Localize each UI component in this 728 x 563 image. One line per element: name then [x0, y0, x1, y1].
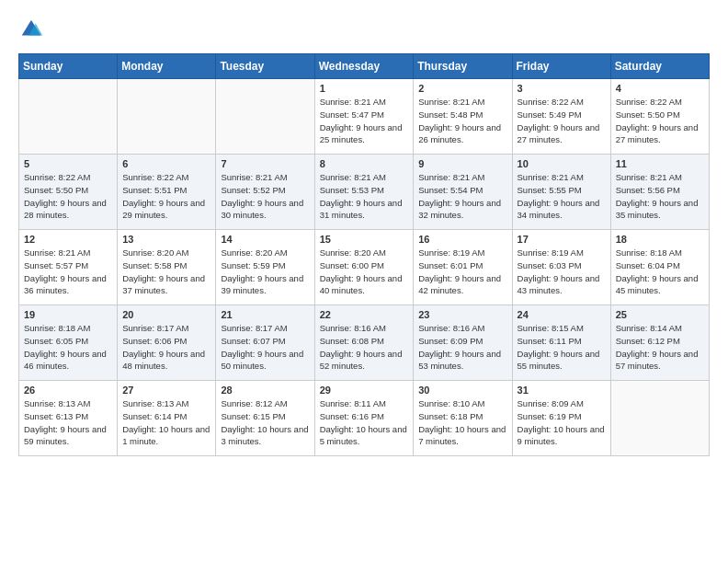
day-number: 26	[24, 385, 112, 396]
day-info: Sunrise: 8:19 AMSunset: 6:03 PMDaylight:…	[518, 247, 606, 297]
day-number: 9	[418, 158, 506, 169]
day-info: Sunrise: 8:14 AMSunset: 6:12 PMDaylight:…	[616, 322, 704, 373]
day-number: 16	[418, 234, 506, 245]
day-number: 2	[418, 83, 506, 94]
week-row-1: 1Sunrise: 8:21 AMSunset: 5:47 PMDaylight…	[19, 79, 710, 155]
day-info: Sunrise: 8:16 AMSunset: 6:09 PMDaylight:…	[418, 322, 506, 373]
day-number: 5	[24, 158, 112, 169]
day-number: 6	[122, 158, 210, 169]
calendar-cell: 25Sunrise: 8:14 AMSunset: 6:12 PMDayligh…	[610, 305, 709, 381]
day-number: 11	[616, 158, 704, 169]
day-info: Sunrise: 8:22 AMSunset: 5:50 PMDaylight:…	[616, 96, 704, 146]
day-info: Sunrise: 8:16 AMSunset: 6:08 PMDaylight:…	[320, 322, 409, 373]
day-info: Sunrise: 8:20 AMSunset: 6:00 PMDaylight:…	[320, 247, 409, 297]
weekday-header-friday: Friday	[512, 54, 610, 79]
day-info: Sunrise: 8:21 AMSunset: 5:57 PMDaylight:…	[24, 247, 112, 297]
day-info: Sunrise: 8:13 AMSunset: 6:14 PMDaylight:…	[122, 397, 210, 448]
weekday-header-wednesday: Wednesday	[314, 54, 414, 79]
day-info: Sunrise: 8:21 AMSunset: 5:53 PMDaylight:…	[320, 171, 409, 222]
day-number: 30	[418, 385, 506, 396]
calendar-cell: 3Sunrise: 8:22 AMSunset: 5:49 PMDaylight…	[512, 79, 610, 155]
day-number: 31	[518, 385, 606, 396]
day-info: Sunrise: 8:17 AMSunset: 6:06 PMDaylight:…	[122, 322, 210, 373]
calendar-cell	[216, 79, 314, 155]
day-number: 23	[418, 309, 506, 320]
header	[18, 17, 710, 42]
calendar-cell: 12Sunrise: 8:21 AMSunset: 5:57 PMDayligh…	[19, 230, 118, 305]
page: SundayMondayTuesdayWednesdayThursdayFrid…	[0, 0, 728, 563]
day-number: 4	[616, 83, 704, 94]
day-number: 1	[320, 83, 409, 94]
calendar-cell: 6Sunrise: 8:22 AMSunset: 5:51 PMDaylight…	[118, 155, 216, 230]
week-row-5: 26Sunrise: 8:13 AMSunset: 6:13 PMDayligh…	[19, 381, 710, 456]
day-number: 24	[518, 309, 606, 320]
day-info: Sunrise: 8:15 AMSunset: 6:11 PMDaylight:…	[518, 322, 606, 373]
day-info: Sunrise: 8:20 AMSunset: 5:59 PMDaylight:…	[221, 247, 309, 297]
calendar-cell: 4Sunrise: 8:22 AMSunset: 5:50 PMDaylight…	[610, 79, 709, 155]
logo-icon	[18, 17, 44, 42]
calendar-cell: 11Sunrise: 8:21 AMSunset: 5:56 PMDayligh…	[610, 155, 709, 230]
calendar-cell: 23Sunrise: 8:16 AMSunset: 6:09 PMDayligh…	[414, 305, 512, 381]
logo	[18, 17, 46, 42]
calendar-cell: 9Sunrise: 8:21 AMSunset: 5:54 PMDaylight…	[414, 155, 512, 230]
calendar-cell: 5Sunrise: 8:22 AMSunset: 5:50 PMDaylight…	[19, 155, 118, 230]
calendar-cell: 17Sunrise: 8:19 AMSunset: 6:03 PMDayligh…	[512, 230, 610, 305]
weekday-header-row: SundayMondayTuesdayWednesdayThursdayFrid…	[19, 54, 710, 79]
calendar-cell: 27Sunrise: 8:13 AMSunset: 6:14 PMDayligh…	[118, 381, 216, 456]
day-info: Sunrise: 8:22 AMSunset: 5:50 PMDaylight:…	[24, 171, 112, 222]
calendar-cell: 13Sunrise: 8:20 AMSunset: 5:58 PMDayligh…	[118, 230, 216, 305]
day-number: 10	[518, 158, 606, 169]
day-info: Sunrise: 8:13 AMSunset: 6:13 PMDaylight:…	[24, 397, 112, 448]
day-number: 13	[122, 234, 210, 245]
day-info: Sunrise: 8:21 AMSunset: 5:47 PMDaylight:…	[320, 96, 409, 146]
day-info: Sunrise: 8:19 AMSunset: 6:01 PMDaylight:…	[418, 247, 506, 297]
day-number: 27	[122, 385, 210, 396]
day-number: 29	[320, 385, 409, 396]
calendar-cell: 31Sunrise: 8:09 AMSunset: 6:19 PMDayligh…	[512, 381, 610, 456]
day-info: Sunrise: 8:22 AMSunset: 5:51 PMDaylight:…	[122, 171, 210, 222]
calendar-cell: 15Sunrise: 8:20 AMSunset: 6:00 PMDayligh…	[314, 230, 414, 305]
day-number: 19	[24, 309, 112, 320]
weekday-header-tuesday: Tuesday	[216, 54, 314, 79]
day-info: Sunrise: 8:17 AMSunset: 6:07 PMDaylight:…	[221, 322, 309, 373]
day-info: Sunrise: 8:20 AMSunset: 5:58 PMDaylight:…	[122, 247, 210, 297]
calendar-cell: 29Sunrise: 8:11 AMSunset: 6:16 PMDayligh…	[314, 381, 414, 456]
calendar-cell: 10Sunrise: 8:21 AMSunset: 5:55 PMDayligh…	[512, 155, 610, 230]
calendar-cell	[118, 79, 216, 155]
day-number: 14	[221, 234, 309, 245]
weekday-header-sunday: Sunday	[19, 54, 118, 79]
calendar-cell: 16Sunrise: 8:19 AMSunset: 6:01 PMDayligh…	[414, 230, 512, 305]
day-info: Sunrise: 8:21 AMSunset: 5:48 PMDaylight:…	[418, 96, 506, 146]
weekday-header-saturday: Saturday	[610, 54, 709, 79]
calendar-cell: 2Sunrise: 8:21 AMSunset: 5:48 PMDaylight…	[414, 79, 512, 155]
day-info: Sunrise: 8:10 AMSunset: 6:18 PMDaylight:…	[418, 397, 506, 448]
day-info: Sunrise: 8:12 AMSunset: 6:15 PMDaylight:…	[221, 397, 309, 448]
day-number: 17	[518, 234, 606, 245]
calendar-cell: 21Sunrise: 8:17 AMSunset: 6:07 PMDayligh…	[216, 305, 314, 381]
calendar-cell: 18Sunrise: 8:18 AMSunset: 6:04 PMDayligh…	[610, 230, 709, 305]
calendar-cell: 26Sunrise: 8:13 AMSunset: 6:13 PMDayligh…	[19, 381, 118, 456]
day-number: 21	[221, 309, 309, 320]
day-info: Sunrise: 8:21 AMSunset: 5:56 PMDaylight:…	[616, 171, 704, 222]
day-number: 12	[24, 234, 112, 245]
calendar-cell: 22Sunrise: 8:16 AMSunset: 6:08 PMDayligh…	[314, 305, 414, 381]
day-info: Sunrise: 8:21 AMSunset: 5:54 PMDaylight:…	[418, 171, 506, 222]
day-number: 28	[221, 385, 309, 396]
calendar-cell: 30Sunrise: 8:10 AMSunset: 6:18 PMDayligh…	[414, 381, 512, 456]
calendar-cell: 1Sunrise: 8:21 AMSunset: 5:47 PMDaylight…	[314, 79, 414, 155]
day-number: 25	[616, 309, 704, 320]
calendar-cell: 8Sunrise: 8:21 AMSunset: 5:53 PMDaylight…	[314, 155, 414, 230]
week-row-4: 19Sunrise: 8:18 AMSunset: 6:05 PMDayligh…	[19, 305, 710, 381]
day-number: 18	[616, 234, 704, 245]
day-number: 22	[320, 309, 409, 320]
calendar-cell: 24Sunrise: 8:15 AMSunset: 6:11 PMDayligh…	[512, 305, 610, 381]
calendar: SundayMondayTuesdayWednesdayThursdayFrid…	[18, 53, 710, 456]
day-number: 3	[518, 83, 606, 94]
day-info: Sunrise: 8:21 AMSunset: 5:55 PMDaylight:…	[518, 171, 606, 222]
calendar-cell: 20Sunrise: 8:17 AMSunset: 6:06 PMDayligh…	[118, 305, 216, 381]
week-row-2: 5Sunrise: 8:22 AMSunset: 5:50 PMDaylight…	[19, 155, 710, 230]
day-number: 15	[320, 234, 409, 245]
day-info: Sunrise: 8:22 AMSunset: 5:49 PMDaylight:…	[518, 96, 606, 146]
calendar-cell: 7Sunrise: 8:21 AMSunset: 5:52 PMDaylight…	[216, 155, 314, 230]
day-info: Sunrise: 8:18 AMSunset: 6:04 PMDaylight:…	[616, 247, 704, 297]
